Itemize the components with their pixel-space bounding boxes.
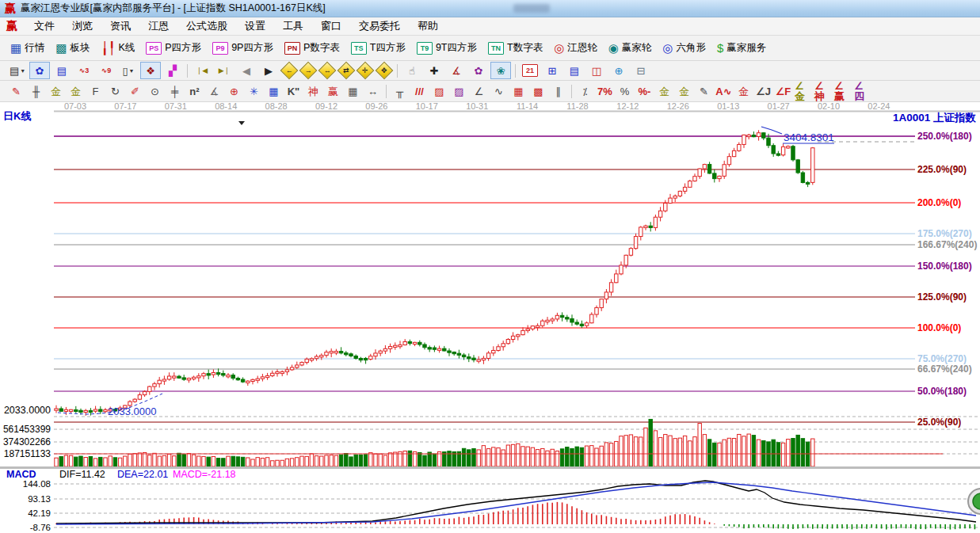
angle-f-tool[interactable]: ∠F xyxy=(774,82,792,101)
grid123-tool[interactable]: ▦ xyxy=(344,82,362,101)
n2-tool[interactable]: n² xyxy=(185,82,204,101)
menu-item-1[interactable]: 浏览 xyxy=(63,19,101,33)
f10-doc-button[interactable]: ▤ xyxy=(51,62,72,79)
angle-gold-tool[interactable]: ∠金 xyxy=(794,82,812,101)
compass-tool[interactable]: ✳ xyxy=(245,82,263,101)
p9-square-button[interactable]: P99P四方形 xyxy=(207,38,279,59)
gold-line-tool[interactable]: 金 xyxy=(675,82,693,101)
menu-item-0[interactable]: 文件 xyxy=(25,19,63,33)
zoom-h-button[interactable]: ↔ xyxy=(318,62,337,80)
zoom-all-button[interactable]: ✛ xyxy=(357,62,375,80)
wave9-button[interactable]: ∿9 xyxy=(96,62,116,79)
fanbox-red-tool[interactable]: ▨ xyxy=(430,82,448,101)
spiral5-tool[interactable]: ↻ xyxy=(106,82,124,101)
calculator-button[interactable]: ⊞ xyxy=(542,62,562,79)
save-button[interactable]: ◫ xyxy=(586,62,607,79)
angle-shen-tool[interactable]: ∠神 xyxy=(814,82,832,101)
prev-button[interactable]: ◀ xyxy=(236,62,257,79)
menu-item-9[interactable]: 帮助 xyxy=(409,19,447,33)
menu-item-5[interactable]: 设置 xyxy=(236,19,274,33)
gold-gate2-tool[interactable]: 金 xyxy=(67,82,85,101)
hand-tool-button[interactable]: ☝ xyxy=(402,62,422,79)
angle-lines-tool[interactable]: ∠ xyxy=(470,82,488,101)
t9-square-button[interactable]: T99T四方形 xyxy=(411,38,482,59)
gann-circle-tool[interactable]: ⊕ xyxy=(225,82,243,101)
sectors-button[interactable]: ▩板块 xyxy=(50,38,95,59)
ying-tool[interactable]: 赢 xyxy=(324,82,342,101)
gold-red-tool[interactable]: 金 xyxy=(734,82,753,101)
candle-body xyxy=(182,378,185,379)
angle-tool-button[interactable]: ∡ xyxy=(446,62,467,79)
menu-item-6[interactable]: 工具 xyxy=(274,19,312,33)
grid-blue-tool[interactable]: ▦ xyxy=(265,82,283,101)
color-hist-button[interactable]: ▞ xyxy=(162,62,183,79)
width-arrow-tool[interactable]: ↔ xyxy=(364,82,382,101)
hexagon-button[interactable]: ◎六角形 xyxy=(657,38,711,59)
time-cycle-tool[interactable]: ⊙ xyxy=(146,82,164,101)
fan-red-tool[interactable]: /// xyxy=(410,82,429,101)
pencil-red-tool[interactable]: ✎ xyxy=(7,82,25,101)
k-quote-tool[interactable]: K" xyxy=(284,82,303,101)
p-number-button[interactable]: PNP数字表 xyxy=(279,38,345,59)
next-button[interactable]: ▶ xyxy=(258,62,279,79)
menu-item-7[interactable]: 窗口 xyxy=(312,19,350,33)
menu-item-4[interactable]: 公式选股 xyxy=(177,19,236,33)
memo-button[interactable]: ▤ xyxy=(564,62,585,79)
fence-tool[interactable]: ╫ xyxy=(27,82,45,101)
chart-area[interactable]: 07-0307-1707-3108-1408-2809-1209-2610-17… xyxy=(0,102,980,533)
kline-chart[interactable]: 07-0307-1707-3108-1408-2809-1209-2610-17… xyxy=(0,102,980,533)
pct7-tool[interactable]: 7% xyxy=(596,82,614,101)
fence2-tool[interactable]: ╪ xyxy=(166,82,184,101)
goto-last-button[interactable]: ▶❘ xyxy=(214,62,235,79)
p-square-button[interactable]: PSP四方形 xyxy=(140,38,207,59)
grid-red-tool[interactable]: ▦ xyxy=(509,82,528,101)
squeeze-h-button[interactable]: ⇄ xyxy=(337,62,356,80)
winner-wheel-button[interactable]: ◉赢家轮 xyxy=(603,38,658,59)
wave-tool[interactable]: ∿ xyxy=(490,82,508,101)
print-button[interactable]: ⊟ xyxy=(631,62,651,79)
hollow-candle-button[interactable]: ▯▼ xyxy=(118,62,139,79)
pct-line-tool[interactable]: %- xyxy=(635,82,654,101)
menu-item-2[interactable]: 资讯 xyxy=(101,19,139,33)
squeeze-all-button[interactable]: ✥ xyxy=(376,62,394,80)
kline-button[interactable]: ╽╿K线 xyxy=(95,38,140,59)
gann-wheel-button[interactable]: ◎江恩轮 xyxy=(548,38,603,59)
spiral-tool-button[interactable]: ❀ xyxy=(490,62,511,79)
gann-flower-button[interactable]: ✿ xyxy=(468,62,489,79)
pattern-red-button[interactable]: ❖ xyxy=(140,62,161,79)
wave3-button[interactable]: ∿3 xyxy=(74,62,94,79)
f-gate-tool[interactable]: F xyxy=(86,82,105,101)
shift-left-button[interactable]: ← xyxy=(280,62,299,80)
calendar-button[interactable]: 21 xyxy=(520,62,540,79)
angle-a-tool[interactable]: ∡ xyxy=(205,82,223,101)
menu-item-8[interactable]: 交易委托 xyxy=(350,19,409,33)
ma-price-label: 2033.0000 xyxy=(108,405,156,417)
parallel-tool[interactable]: ∥ xyxy=(549,82,567,101)
wave-red-tool[interactable]: A∿ xyxy=(715,82,733,101)
shen-tool[interactable]: 神 xyxy=(304,82,322,101)
pct-list-tool[interactable]: ⁒ xyxy=(576,82,594,101)
goto-first-button[interactable]: ❘◀ xyxy=(192,62,212,79)
winner-service-button[interactable]: $赢家服务 xyxy=(711,38,772,59)
t-square-button[interactable]: TST四方形 xyxy=(345,38,411,59)
pen-black-tool[interactable]: ✎ xyxy=(695,82,713,101)
fanbox-purple-tool[interactable]: ▨ xyxy=(450,82,468,101)
menu-item-3[interactable]: 江恩 xyxy=(139,19,177,33)
angle-ying-tool[interactable]: ∠赢 xyxy=(833,82,852,101)
kline-style-button[interactable]: ▤▼ xyxy=(7,62,28,79)
crosshair-tool-button[interactable]: ✚ xyxy=(424,62,444,79)
grid-red2-tool[interactable]: ▩ xyxy=(529,82,547,101)
t-number-button[interactable]: TNT数字表 xyxy=(482,38,548,59)
pencil2-tool[interactable]: ✐ xyxy=(126,82,144,101)
net-button[interactable]: ⊕ xyxy=(608,62,629,79)
angle-j-tool[interactable]: ∠J xyxy=(754,82,772,101)
quotes-button[interactable]: ▦行情 xyxy=(5,38,50,59)
shift-right-button[interactable]: → xyxy=(299,62,318,80)
tsquare-tool[interactable]: ╥ xyxy=(391,82,409,101)
gold-gate-tool[interactable]: 金 xyxy=(47,82,65,101)
pattern-blue-button[interactable]: ✿ xyxy=(29,62,50,79)
angle-si-tool[interactable]: ∠四 xyxy=(853,82,871,101)
title-bar[interactable]: 赢 赢家江恩专业版[赢家内部服务平台] - [上证指数 SH1A0001-167… xyxy=(0,0,980,17)
gold-circle-tool[interactable]: 金 xyxy=(655,82,673,101)
pct-tool[interactable]: % xyxy=(616,82,634,101)
